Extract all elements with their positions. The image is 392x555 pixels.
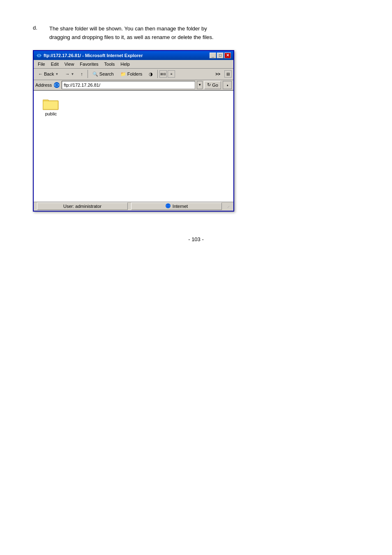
up-icon: ↑ [81,71,83,76]
close-button[interactable]: ✕ [224,53,231,58]
instruction-item-d: d. The share folder will be shown. You c… [33,25,359,42]
up-button[interactable]: ↑ [78,69,86,78]
svg-rect-8 [43,101,58,109]
folders-label: Folders [127,71,143,76]
toolbar-extra-icon: ▤ [224,70,232,78]
back-button[interactable]: ← Back ▼ [35,69,61,78]
ie-title-icon [36,53,42,58]
folders-icon: 📁 [120,71,126,77]
title-text: ftp://172.17.26.81/ - Microsoft Internet… [44,53,143,58]
title-bar-buttons: _ □ ✕ [210,53,231,58]
go-arrow-icon: ↻ [207,82,211,88]
address-value: ftp://172.17.26.81/ [64,83,100,88]
more-toolbar-button[interactable]: >> [214,71,222,77]
toolbar-separator-1 [88,70,88,78]
page-number: - 103 - [188,236,204,242]
page-footer: - 103 - [33,236,359,242]
menu-favorites[interactable]: Favorites [77,61,101,67]
address-bar: Address ftp://172.17.26.81/ ▼ ↻ Go ⬧ [34,80,233,91]
folder-item-public[interactable]: public [39,96,63,118]
status-user: User: administrator [37,203,128,210]
go-label: Go [212,83,218,88]
menu-tools[interactable]: Tools [102,61,118,67]
menu-help[interactable]: Help [118,61,132,67]
resize-handle[interactable]: ⟋ [225,204,230,209]
restore-button[interactable]: □ [217,53,224,58]
menu-view[interactable]: View [62,61,77,67]
menu-bar: File Edit View Favorites Tools Help [34,60,233,69]
details-icon: ≡ [171,72,173,76]
page-content: d. The share folder will be shown. You c… [0,0,392,259]
extra-icon: ▤ [226,72,230,76]
instruction-label: d. [33,25,41,42]
forward-arrow-icon: → [65,71,69,76]
instruction-body: The share folder will be shown. You can … [49,25,214,42]
view-icons-button[interactable]: ⊞⊟ [159,70,167,78]
file-area: public [34,91,233,202]
links-button[interactable]: ⬧ [223,81,232,89]
folder-icon [43,97,59,111]
explorer-window: ftp://172.17.26.81/ - Microsoft Internet… [33,50,234,212]
view-icon: ⊞⊟ [160,72,166,76]
search-icon: 🔍 [92,71,98,77]
back-arrow-icon: ← [38,71,43,76]
go-button[interactable]: ↻ Go [204,81,221,89]
toolbar: ← Back ▼ → ▼ ↑ 🔍 Search 📁 Folders ◑ [34,69,233,80]
address-input[interactable]: ftp://172.17.26.81/ [62,81,195,89]
address-dropdown-button[interactable]: ▼ [197,81,203,89]
instruction-line2: dragging and dropping files to it, as we… [49,34,214,40]
status-bar: User: administrator Internet ⟋ [34,202,233,211]
internet-globe-icon [165,203,171,210]
instruction-line1: The share folder will be shown. You can … [49,25,207,32]
view-details-button[interactable]: ≡ [168,70,175,78]
links-icon: ⬧ [226,83,228,87]
title-bar-left: ftp://172.17.26.81/ - Microsoft Internet… [36,53,143,58]
forward-button[interactable]: → ▼ [62,69,77,78]
menu-file[interactable]: File [35,61,48,67]
folders-button[interactable]: 📁 Folders [118,69,145,78]
status-zone-text: Internet [173,204,188,209]
status-zone: Internet [131,203,222,210]
minimize-button[interactable]: _ [210,53,216,58]
forward-dropdown-arrow-icon: ▼ [71,72,74,76]
title-bar: ftp://172.17.26.81/ - Microsoft Internet… [34,51,233,60]
toolbar-separator-2 [157,70,158,78]
menu-edit[interactable]: Edit [48,61,61,67]
folder-label: public [45,111,57,116]
back-label: Back [44,71,54,76]
back-dropdown-arrow-icon: ▼ [55,72,58,76]
search-button[interactable]: 🔍 Search [90,69,117,78]
history-icon: ◑ [149,71,153,77]
address-label: Address [35,83,52,88]
search-label: Search [99,71,114,76]
history-button[interactable]: ◑ [146,69,156,78]
status-user-text: User: administrator [63,204,101,209]
address-ie-icon [53,82,60,88]
